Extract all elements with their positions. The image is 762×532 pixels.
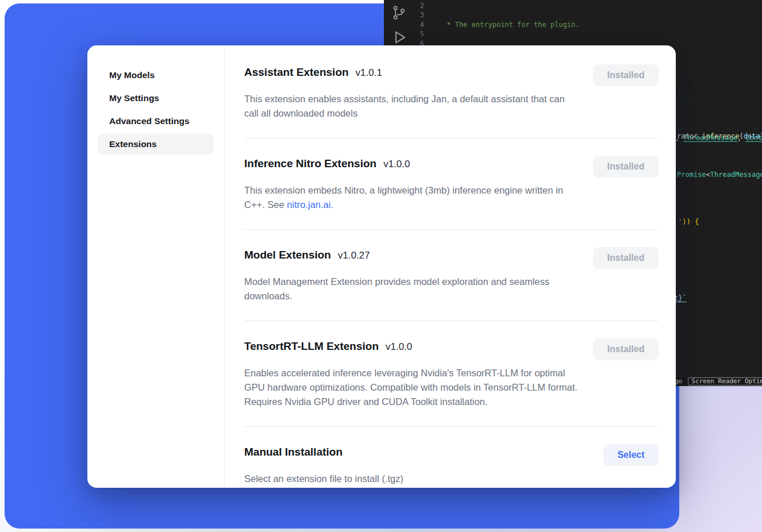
extension-version: v1.0.0 <box>386 341 412 353</box>
sidebar-item-extensions[interactable]: Extensions <box>98 134 214 155</box>
screen-reader-badge[interactable]: Screen Reader Optimize <box>688 377 762 385</box>
code-fragment-promise: Promise<ThreadMessage> <box>677 170 762 179</box>
sidebar-item-my-models[interactable]: My Models <box>98 65 214 86</box>
sidebar-item-my-settings[interactable]: My Settings <box>98 88 214 109</box>
installed-button[interactable]: Installed <box>593 247 659 269</box>
extension-description: This extension embeds Nitro, a lightweig… <box>244 183 580 212</box>
manual-installation-description: Select an extension file to install (.tg… <box>244 472 580 486</box>
extension-title: TensortRT-LLM Extension <box>244 338 379 354</box>
extensions-list: Assistant Extension v1.0.1 Installed Thi… <box>225 45 676 488</box>
installed-button[interactable]: Installed <box>593 338 659 360</box>
select-file-button[interactable]: Select <box>603 444 659 466</box>
code-fragment-inference: rator.inference(data)); <box>677 132 762 141</box>
installed-button[interactable]: Installed <box>593 156 659 178</box>
manual-installation-section: Manual Installation Select Select an ext… <box>244 427 659 488</box>
extension-section-assistant: Assistant Extension v1.0.1 Installed Thi… <box>244 64 659 138</box>
settings-modal: My Models My Settings Advanced Settings … <box>87 45 676 488</box>
run-debug-icon[interactable] <box>390 29 407 46</box>
installed-button[interactable]: Installed <box>593 64 659 86</box>
extension-section-tensorrt: TensortRT-LLM Extension v1.0.0 Installed… <box>244 321 659 427</box>
editor-line-numbers: 2 3 4 5 6 <box>410 1 424 48</box>
code-line-comment: * The entrypoint for the plugin. <box>442 20 762 29</box>
extension-section-nitro: Inference Nitro Extension v1.0.0 Install… <box>244 138 659 230</box>
extension-description: Model Management Extension provides mode… <box>244 275 580 303</box>
extension-version: v1.0.27 <box>338 250 370 261</box>
extension-section-model: Model Extension v1.0.27 Installed Model … <box>244 230 659 321</box>
manual-installation-title: Manual Installation <box>244 444 342 460</box>
code-fragment-template: t}` <box>674 294 687 303</box>
extension-title: Model Extension <box>244 247 331 263</box>
settings-sidebar: My Models My Settings Advanced Settings … <box>87 45 225 488</box>
extension-description: Enables accelerated inference leveraging… <box>244 366 580 409</box>
extension-title: Assistant Extension <box>244 64 349 80</box>
extension-version: v1.0.1 <box>356 67 382 79</box>
extension-version: v1.0.0 <box>383 159 410 170</box>
source-control-icon[interactable] <box>391 5 407 21</box>
extension-title: Inference Nitro Extension <box>244 156 376 172</box>
nitro-link[interactable]: nitro.jan.ai. <box>287 199 333 210</box>
code-fragment-brace: ')) { <box>678 217 699 226</box>
extension-description: This extension enables assistants, inclu… <box>244 92 580 121</box>
sidebar-item-advanced-settings[interactable]: Advanced Settings <box>98 111 214 132</box>
